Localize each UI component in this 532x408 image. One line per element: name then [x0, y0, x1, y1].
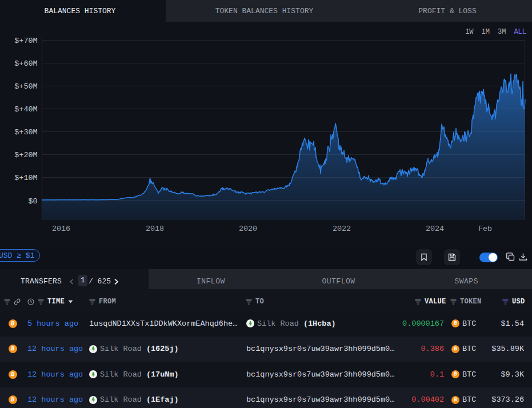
svg-text:$+70M: $+70M [14, 37, 37, 45]
svg-text:$+50M: $+50M [14, 82, 37, 91]
svg-text:2020: 2020 [239, 225, 257, 233]
svg-text:2016: 2016 [52, 225, 70, 233]
svg-text:2018: 2018 [146, 225, 164, 233]
svg-text:$+20M: $+20M [14, 151, 37, 159]
svg-text:$+60M: $+60M [14, 59, 37, 68]
svg-text:$+10M: $+10M [14, 174, 37, 182]
svg-text:2024: 2024 [426, 225, 444, 233]
svg-text:$+30M: $+30M [14, 128, 37, 137]
svg-text:$+40M: $+40M [14, 105, 37, 114]
svg-text:Feb: Feb [478, 225, 492, 233]
svg-text:$0: $0 [28, 197, 37, 206]
svg-text:2022: 2022 [333, 225, 351, 233]
